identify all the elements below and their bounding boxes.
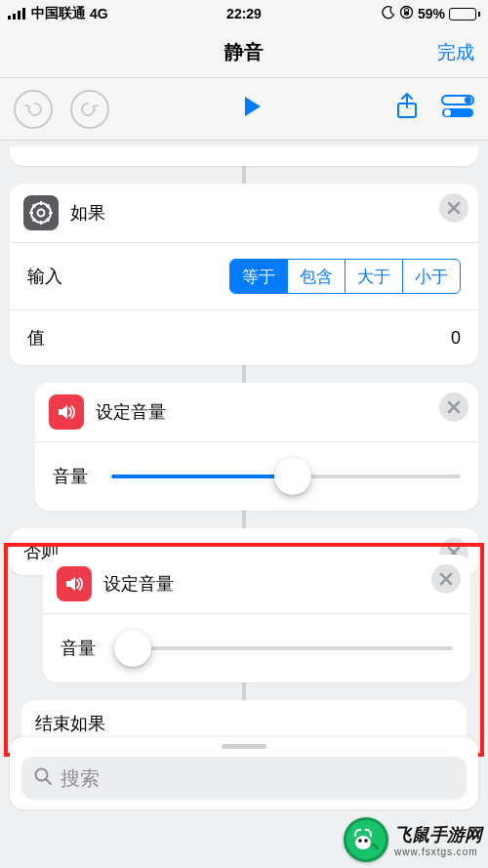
settings-toggle-button[interactable]	[441, 95, 474, 123]
undo-button[interactable]	[14, 90, 53, 129]
carrier-label: 中国联通	[31, 5, 86, 22]
connector-line	[242, 509, 246, 530]
volume-slider-2[interactable]	[119, 630, 453, 667]
slider-thumb-icon[interactable]	[274, 458, 311, 495]
svg-point-10	[444, 109, 451, 116]
svg-rect-5	[404, 12, 409, 16]
if-action-card[interactable]: 如果 输入 等于 包含 大于 小于 值 0	[10, 184, 478, 365]
moon-icon	[382, 6, 395, 22]
volume-row-1[interactable]: 音量	[35, 441, 478, 511]
watermark-badge-icon	[344, 817, 388, 862]
if-value: 0	[451, 328, 461, 349]
if-card-title: 如果	[70, 201, 105, 225]
editor-toolbar	[0, 78, 488, 141]
svg-point-24	[358, 839, 362, 843]
status-right: 59%	[262, 5, 480, 22]
previous-card-stub	[10, 146, 478, 166]
slider-thumb-icon[interactable]	[114, 630, 151, 667]
status-left: 中国联通 4G	[8, 5, 226, 22]
connector-line	[242, 681, 246, 702]
status-bar: 中国联通 4G 22:29 59%	[0, 0, 488, 27]
svg-line-22	[47, 779, 52, 784]
connector-line	[242, 164, 246, 186]
share-button[interactable]	[394, 92, 420, 126]
play-button[interactable]	[239, 94, 264, 124]
if-value-label: 值	[27, 326, 45, 350]
svg-point-25	[364, 839, 368, 843]
action-search-panel[interactable]: 搜索	[10, 737, 478, 809]
watermark-url: www.fsxtgs.com	[394, 847, 482, 857]
watermark-brand: 飞鼠手游网	[394, 825, 482, 845]
seg-greater[interactable]: 大于	[345, 260, 402, 293]
svg-rect-0	[8, 16, 11, 20]
volume-label-2: 音量	[61, 637, 96, 660]
watermark: 飞鼠手游网 www.fsxtgs.com	[344, 817, 482, 862]
seg-contains[interactable]: 包含	[287, 260, 345, 293]
volume-label-1: 音量	[53, 465, 88, 488]
done-button[interactable]: 完成	[437, 40, 474, 65]
search-icon	[33, 766, 53, 791]
status-time: 22:29	[226, 6, 262, 21]
seg-equals[interactable]: 等于	[230, 260, 287, 293]
redo-button[interactable]	[70, 90, 109, 129]
battery-pct: 59%	[418, 6, 445, 21]
speaker-icon	[57, 566, 92, 601]
volume-row-2[interactable]: 音量	[43, 613, 470, 682]
delete-action-button[interactable]	[439, 393, 468, 422]
highlight-box: 设定音量 音量 结束如果	[4, 543, 484, 757]
volume-slider-1[interactable]	[111, 458, 461, 495]
svg-point-8	[465, 97, 471, 103]
svg-point-23	[355, 836, 371, 849]
set-volume-title-1: 设定音量	[96, 400, 166, 424]
condition-segmented-control[interactable]: 等于 包含 大于 小于	[229, 259, 461, 294]
speaker-icon	[49, 394, 84, 430]
orientation-lock-icon	[399, 5, 414, 22]
set-volume-card-1[interactable]: 设定音量 音量	[35, 383, 478, 511]
signal-bars-icon	[8, 8, 27, 20]
svg-point-12	[38, 210, 45, 217]
search-input[interactable]: 搜索	[21, 757, 467, 800]
if-value-row[interactable]: 值 0	[10, 310, 478, 365]
set-volume-title-2: 设定音量	[103, 572, 174, 596]
battery-icon	[449, 8, 480, 21]
workflow-canvas: 如果 输入 等于 包含 大于 小于 值 0 设定音量	[0, 141, 488, 868]
page-title: 静音	[224, 39, 264, 65]
gear-icon	[23, 195, 59, 230]
endif-title: 结束如果	[35, 712, 105, 735]
if-input-label: 输入	[27, 265, 62, 288]
title-bar: 静音 完成	[0, 27, 488, 78]
connector-line	[242, 363, 246, 385]
search-placeholder: 搜索	[61, 765, 100, 792]
seg-less[interactable]: 小于	[402, 260, 460, 293]
svg-rect-3	[22, 8, 25, 20]
delete-action-button[interactable]	[439, 193, 468, 223]
network-label: 4G	[90, 6, 108, 21]
drag-handle-icon[interactable]	[222, 744, 266, 749]
if-input-row[interactable]: 输入 等于 包含 大于 小于	[10, 242, 478, 310]
set-volume-card-2[interactable]: 设定音量 音量	[43, 555, 470, 682]
svg-rect-2	[18, 11, 20, 20]
svg-rect-1	[13, 14, 16, 20]
svg-point-21	[36, 768, 48, 780]
delete-action-button[interactable]	[431, 564, 461, 594]
